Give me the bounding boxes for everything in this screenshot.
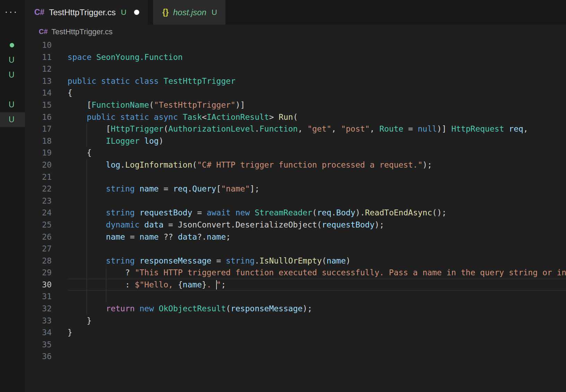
line-number-17[interactable]: 17 [25, 123, 52, 135]
code-line-12[interactable]: { [68, 63, 566, 75]
code-line-13[interactable]: public static class TestHttpTrigger [68, 75, 566, 87]
git-untracked-badge: U [9, 55, 15, 65]
indent-guide [87, 123, 87, 135]
line-number-32[interactable]: 32 [25, 303, 52, 315]
line-number-13[interactable]: 13 [25, 75, 52, 87]
git-modified-dot-icon [10, 43, 14, 47]
code-line-33[interactable]: } [68, 315, 566, 327]
indent-guide [87, 267, 87, 279]
code-line-14[interactable]: { [68, 87, 566, 99]
json-file-icon: {} [162, 8, 169, 17]
code-line-32[interactable]: return new OkObjectResult(responseMessag… [68, 303, 566, 315]
code-line-24[interactable]: string requestBody = await new StreamRea… [68, 207, 566, 219]
code-text: dynamic data = JsonConvert.DeserializeOb… [68, 220, 384, 229]
code-line-20[interactable]: log.LogInformation("C# HTTP trigger func… [68, 159, 566, 171]
line-number-11[interactable]: 11 [25, 51, 52, 63]
code-lines: namespace SeonYoung.Function{ public sta… [68, 39, 566, 363]
explorer-row-6[interactable]: U [0, 112, 25, 127]
line-number-10[interactable]: 10 [25, 39, 52, 51]
line-number-22[interactable]: 22 [25, 183, 52, 195]
indent-guide [106, 291, 106, 303]
code-line-26[interactable]: name = name ?? data?.name; [68, 231, 566, 243]
indent-guide [87, 207, 87, 219]
code-text: : $"Hello, {name}. "; [68, 280, 226, 289]
overflow-menu-icon[interactable]: ··· [5, 6, 18, 17]
line-number-12[interactable]: 12 [25, 63, 52, 75]
tab-testhttptrigger-cs[interactable]: C#TestHttpTrigger.csU [25, 0, 148, 25]
explorer-row-1[interactable] [0, 38, 25, 53]
code-area[interactable]: namespace SeonYoung.Function{ public sta… [68, 39, 566, 392]
line-number-35[interactable]: 35 [25, 339, 52, 351]
explorer-row-5[interactable]: U [0, 97, 25, 112]
git-untracked-badge: U [9, 100, 15, 109]
explorer-file-rows: UUUU [0, 38, 25, 127]
line-number-31[interactable]: 31 [25, 291, 52, 303]
explorer-row-4[interactable] [0, 82, 25, 97]
indent-guide [87, 291, 87, 303]
line-number-26[interactable]: 26 [25, 231, 52, 243]
code-line-29[interactable]: ? "This HTTP triggered function executed… [68, 267, 566, 279]
git-untracked-badge: U [9, 70, 15, 80]
git-untracked-badge: U [9, 115, 15, 124]
code-line-11[interactable]: namespace SeonYoung.Function [68, 51, 566, 63]
code-text: ILogger log) [68, 136, 163, 145]
explorer-sidebar: ··· UUUU [0, 0, 25, 392]
line-number-27[interactable]: 27 [25, 243, 52, 255]
code-line-27[interactable] [68, 243, 566, 255]
code-line-17[interactable]: [HttpTrigger(AuthorizationLevel.Function… [68, 123, 566, 135]
code-text: } [68, 328, 72, 337]
line-number-15[interactable]: 15 [25, 99, 52, 111]
tab-label: host.json [173, 8, 206, 17]
code-line-36[interactable] [68, 350, 566, 363]
line-number-18[interactable]: 18 [25, 135, 52, 147]
line-number-33[interactable]: 33 [25, 315, 52, 327]
indent-guide [87, 183, 87, 195]
line-number-14[interactable]: 14 [25, 87, 52, 99]
breadcrumb-file-name: TestHttpTrigger.cs [52, 27, 113, 36]
code-line-31[interactable] [68, 291, 566, 303]
line-number-16[interactable]: 16 [25, 111, 52, 123]
line-number-34[interactable]: 34 [25, 327, 52, 339]
code-text: string responseMessage = string.IsNullOr… [68, 256, 351, 265]
code-editor[interactable]: 1011121314151617181920212223242526272829… [25, 39, 566, 392]
explorer-row-3[interactable]: U [0, 68, 25, 82]
tab-host-json[interactable]: {}host.jsonU [153, 0, 225, 25]
line-number-36[interactable]: 36 [25, 350, 52, 363]
code-line-18[interactable]: ILogger log) [68, 135, 566, 147]
explorer-row-2[interactable]: U [0, 53, 25, 68]
line-number-23[interactable]: 23 [25, 195, 52, 207]
indent-guide [106, 279, 106, 291]
modified-dot-icon[interactable] [134, 10, 139, 15]
line-number-21[interactable]: 21 [25, 171, 52, 183]
indent-guide [87, 159, 87, 171]
code-text: return new OkObjectResult(responseMessag… [68, 304, 312, 313]
code-line-30[interactable]: : $"Hello, {name}. "; [68, 279, 566, 291]
code-line-25[interactable]: dynamic data = JsonConvert.DeserializeOb… [68, 219, 566, 231]
code-line-15[interactable]: [FunctionName("TestHttpTrigger")] [68, 99, 566, 111]
code-text: { [68, 88, 72, 97]
line-number-20[interactable]: 20 [25, 159, 52, 171]
line-number-30[interactable]: 30 [25, 279, 52, 291]
code-line-23[interactable] [68, 195, 566, 207]
code-line-19[interactable]: { [68, 147, 566, 159]
code-line-21[interactable] [68, 171, 566, 183]
code-text: } [68, 316, 91, 325]
code-line-10[interactable] [68, 39, 566, 51]
breadcrumb[interactable]: C# TestHttpTrigger.cs [25, 25, 566, 39]
code-line-22[interactable]: string name = req.Query["name"]; [68, 183, 566, 195]
line-number-19[interactable]: 19 [25, 147, 52, 159]
code-text: name = name ?? data?.name; [68, 232, 231, 241]
code-line-16[interactable]: public static async Task<IActionResult> … [68, 111, 566, 123]
code-text: [HttpTrigger(AuthorizationLevel.Function… [68, 124, 528, 133]
line-number-29[interactable]: 29 [25, 267, 52, 279]
indent-guide [87, 243, 87, 255]
indent-guide [87, 279, 87, 291]
code-line-34[interactable]: } [68, 327, 566, 339]
line-number-25[interactable]: 25 [25, 219, 52, 231]
line-number-28[interactable]: 28 [25, 255, 52, 267]
code-line-35[interactable]: } [68, 339, 566, 351]
line-number-24[interactable]: 24 [25, 207, 52, 219]
code-line-28[interactable]: string responseMessage = string.IsNullOr… [68, 255, 566, 267]
text-cursor [216, 280, 217, 289]
code-text: log.LogInformation("C# HTTP trigger func… [68, 160, 432, 169]
